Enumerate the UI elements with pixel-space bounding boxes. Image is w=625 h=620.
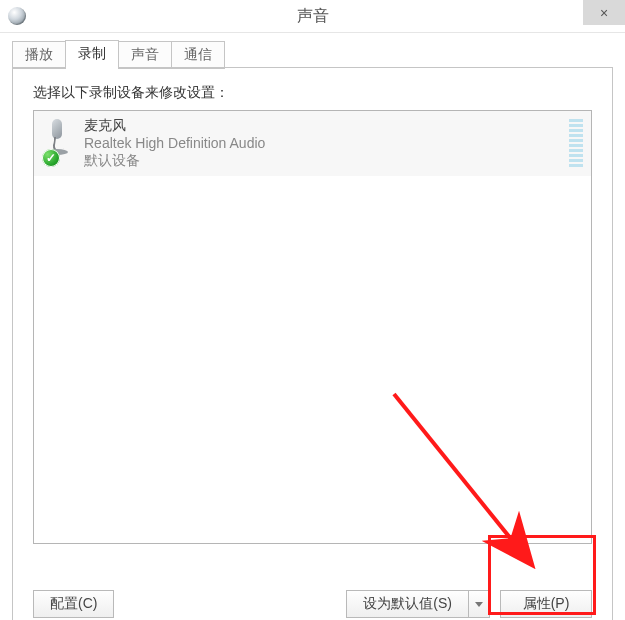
properties-button[interactable]: 属性(P) [500, 590, 592, 618]
device-text: 麦克风 Realtek High Definition Audio 默认设备 [84, 117, 569, 170]
tab-sounds[interactable]: 声音 [118, 41, 172, 69]
device-description: Realtek High Definition Audio [84, 135, 569, 153]
tab-comms[interactable]: 通信 [171, 41, 225, 69]
window-title: 声音 [0, 6, 625, 27]
set-default-button[interactable]: 设为默认值(S) [346, 590, 468, 618]
device-list[interactable]: ✓ 麦克风 Realtek High Definition Audio 默认设备 [33, 110, 592, 544]
configure-button[interactable]: 配置(C) [33, 590, 114, 618]
level-meter-icon [569, 119, 583, 167]
close-icon: × [600, 6, 608, 20]
instruction-text: 选择以下录制设备来修改设置： [33, 84, 592, 102]
close-button[interactable]: × [583, 0, 625, 25]
device-name: 麦克风 [84, 117, 569, 135]
tabstrip: 播放 录制 声音 通信 [12, 39, 625, 67]
set-default-dropdown[interactable] [468, 590, 490, 618]
app-sound-icon [8, 7, 26, 25]
titlebar: 声音 × [0, 0, 625, 33]
chevron-down-icon [475, 602, 483, 607]
tab-playback[interactable]: 播放 [12, 41, 66, 69]
set-default-splitbutton: 设为默认值(S) [346, 590, 490, 618]
checkmark-icon: ✓ [42, 149, 60, 167]
tab-panel: 选择以下录制设备来修改设置： ✓ 麦克风 Realtek High Defini… [12, 67, 613, 620]
button-row: 配置(C) 设为默认值(S) 属性(P) [33, 588, 592, 620]
tab-recording[interactable]: 录制 [65, 40, 119, 68]
list-item[interactable]: ✓ 麦克风 Realtek High Definition Audio 默认设备 [34, 111, 591, 176]
device-status: 默认设备 [84, 152, 569, 170]
microphone-icon: ✓ [42, 117, 76, 167]
